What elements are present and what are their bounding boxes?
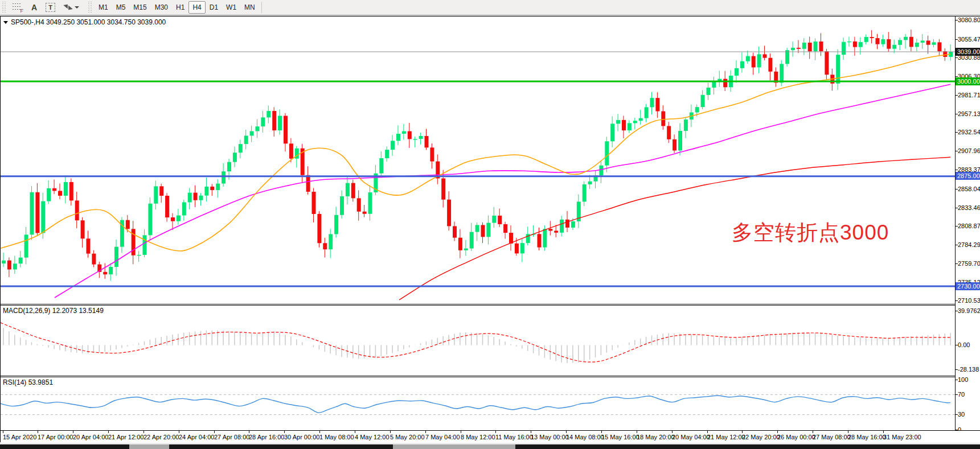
time-tick-label: 17 Apr 00:00 [38,434,73,440]
toolbar-grip[interactable] [2,2,7,13]
time-tick-label: 24 Apr 04:00 [179,434,214,440]
time-tick-label: 15 May 16:00 [601,434,639,440]
time-tick-label: 27 Apr 08:00 [214,434,249,440]
macd-label: MACD(12,26,9) 12.2073 13.5149 [3,307,104,315]
arrows-tool-button[interactable] [59,1,83,14]
price-tick-label: 2784.290 [958,241,980,248]
price-tick-label: 2907.960 [958,147,980,154]
text-label-icon: T [46,3,55,12]
chart-title-bar: SP500-,H4 3049.250 3051.000 3034.750 303… [3,18,166,26]
timeframe-button-m1[interactable]: M1 [95,1,112,14]
time-tick-label: 7 May 04:00 [425,434,460,440]
bottom-scrollbar[interactable] [0,444,980,449]
time-axis[interactable]: 15 Apr 202017 Apr 00:0020 Apr 04:0021 Ap… [1,430,980,443]
timeframe-button-m5[interactable]: M5 [112,1,130,14]
timeframe-button-m30[interactable]: M30 [151,1,172,14]
time-tick-label: 15 Apr 2020 [3,434,36,440]
macd-axis-label: 0.00 [958,341,970,348]
price-highlight-label: 3039.000 [956,48,980,56]
timeframe-button-d1[interactable]: D1 [206,1,222,14]
macd-pane[interactable]: MACD(12,26,9) 12.2073 13.5149 [1,306,955,376]
rsi-pane[interactable]: RSI(14) 53.9851 [1,377,955,430]
timeframe-button-h1[interactable]: H1 [172,1,188,14]
price-highlight-label: 2730.000 [956,282,980,290]
toolbar-separator [261,2,262,13]
price-highlight-label: 3000.000 [956,77,980,85]
timeframe-button-mn[interactable]: MN [240,1,259,14]
font-tool-button[interactable]: A [27,1,42,14]
time-tick-label: 26 May 00:00 [777,434,815,440]
price-tick-label: 2833.460 [958,204,980,211]
price-tick-label: 2957.130 [958,110,980,117]
time-tick-label: 14 May 08:00 [566,434,604,440]
symbol-dropdown-icon[interactable] [3,21,8,24]
chart-title: SP500-,H4 3049.250 3051.000 3034.750 303… [11,18,166,26]
price-tick-label: 3080.800 [958,17,980,23]
chevron-down-icon [75,6,79,9]
fibonacci-tool-button[interactable]: F [9,1,27,14]
price-tick-label: 2932.545 [958,129,980,135]
timeframe-button-w1[interactable]: W1 [222,1,240,14]
arrows-icon [63,3,72,11]
price-tick-label: 2981.715 [958,92,980,98]
timeframe-button-h4[interactable]: H4 [188,1,205,14]
time-tick-label: 8 May 12:00 [461,434,495,440]
time-tick-label: 28 May 16:00 [848,434,886,440]
time-tick-label: 27 May 08:00 [813,434,851,440]
rsi-axis-label: 30 [958,411,965,418]
price-tick-label: 2858.045 [958,186,980,192]
time-tick-label: 5 May 20:00 [390,434,425,440]
time-tick-label: 13 May 00:00 [531,434,569,440]
price-tick-label: 2759.705 [958,260,980,267]
time-tick-label: 1 May 08:00 [319,434,354,440]
scrollbar-gap [393,444,515,449]
scrollbar-gap [129,444,169,449]
time-tick-label: 22 Apr 20:00 [143,434,179,440]
toolbar-grip[interactable] [88,2,93,13]
top-toolbar: F A T M1M5M15M30H1H4D1W1MN [0,0,980,15]
time-tick-label: 30 Apr 00:00 [284,434,319,440]
price-highlight-label: 2875.000 [956,172,980,180]
macd-axis-label: -28.138 [958,366,979,373]
chart-annotation-text: 多空转折点3000 [732,219,889,247]
price-tick-label: 2808.875 [958,223,980,229]
price-axis[interactable]: 3080.8003055.4703030.8853006.3002981.715… [955,17,980,430]
time-tick-label: 21 Apr 12:00 [108,434,143,440]
font-a-icon: A [31,3,37,12]
fibonacci-icon: F [13,3,23,12]
time-tick-label: 18 May 20:00 [637,434,675,440]
time-tick-label: 28 Apr 16:00 [249,434,284,440]
rsi-axis-label: 100 [958,376,968,383]
main-chart-pane[interactable]: SP500-,H4 3049.250 3051.000 3034.750 303… [1,17,955,304]
text-label-tool-button[interactable]: T [42,1,59,14]
time-tick-label: 20 May 04:00 [672,434,710,440]
rsi-label: RSI(14) 53.9851 [3,378,53,386]
price-tick-label: 2710.535 [958,297,980,304]
time-tick-label: 31 May 23:00 [883,434,921,440]
rsi-axis-label: 70 [958,391,965,398]
chart-window: SP500-,H4 3049.250 3051.000 3034.750 303… [0,16,980,442]
time-tick-label: 21 May 12:00 [707,434,745,440]
timeframe-button-m15[interactable]: M15 [129,1,150,14]
time-tick-label: 20 Apr 04:00 [73,434,108,440]
macd-axis-label: 39.9762 [958,307,980,314]
time-tick-label: 22 May 20:00 [742,434,780,440]
time-tick-label: 11 May 16:00 [495,434,533,440]
time-tick-label: 4 May 12:00 [355,434,389,440]
price-tick-label: 3055.470 [958,36,980,43]
